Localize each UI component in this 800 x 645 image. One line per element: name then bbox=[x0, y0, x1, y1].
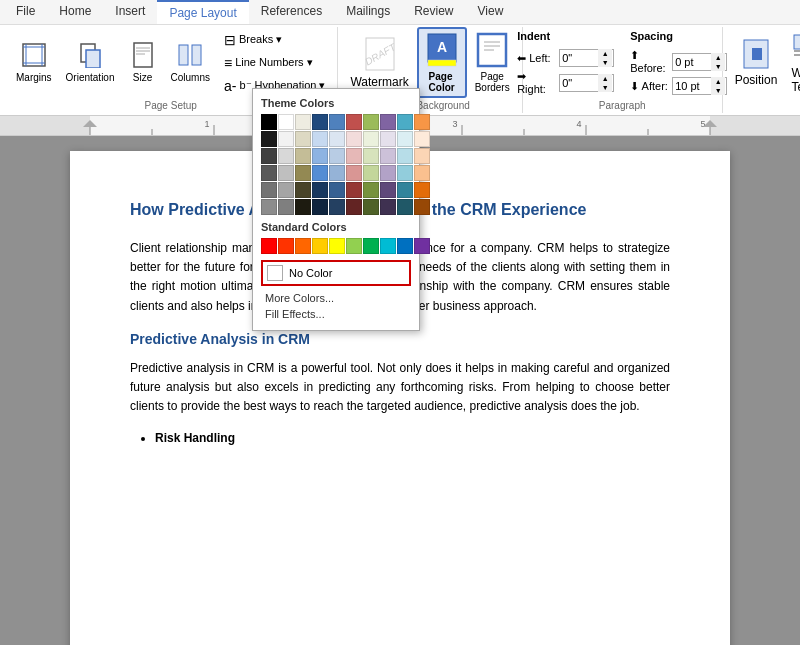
tab-references[interactable]: References bbox=[249, 0, 334, 24]
theme-color-cell[interactable] bbox=[295, 165, 311, 181]
spacing-after-input[interactable]: ▲ ▼ bbox=[672, 77, 727, 95]
indent-left-input[interactable]: ▲ ▼ bbox=[559, 49, 614, 67]
size-button[interactable]: Size bbox=[123, 38, 163, 87]
spacing-after-value[interactable] bbox=[673, 80, 711, 92]
page-color-button[interactable]: A PageColor bbox=[417, 27, 467, 98]
tab-home[interactable]: Home bbox=[47, 0, 103, 24]
theme-color-cell[interactable] bbox=[312, 114, 328, 130]
theme-color-cell[interactable] bbox=[346, 182, 362, 198]
tab-file[interactable]: File bbox=[4, 0, 47, 24]
theme-color-cell[interactable] bbox=[363, 148, 379, 164]
standard-color-cell[interactable] bbox=[397, 238, 413, 254]
orientation-button[interactable]: Orientation bbox=[60, 38, 121, 87]
standard-color-cell[interactable] bbox=[278, 238, 294, 254]
tab-mailings[interactable]: Mailings bbox=[334, 0, 402, 24]
standard-color-cell[interactable] bbox=[261, 238, 277, 254]
spacing-before-input[interactable]: ▲ ▼ bbox=[672, 53, 727, 71]
margins-button[interactable]: Margins bbox=[10, 38, 58, 87]
theme-color-cell[interactable] bbox=[278, 148, 294, 164]
indent-left-down[interactable]: ▼ bbox=[598, 58, 612, 67]
theme-color-cell[interactable] bbox=[329, 131, 345, 147]
standard-color-cell[interactable] bbox=[363, 238, 379, 254]
theme-color-cell[interactable] bbox=[312, 165, 328, 181]
standard-color-cell[interactable] bbox=[346, 238, 362, 254]
theme-color-cell[interactable] bbox=[278, 131, 294, 147]
theme-color-cell[interactable] bbox=[397, 148, 413, 164]
theme-color-cell[interactable] bbox=[363, 182, 379, 198]
theme-color-cell[interactable] bbox=[346, 165, 362, 181]
standard-color-cell[interactable] bbox=[329, 238, 345, 254]
theme-color-cell[interactable] bbox=[414, 165, 430, 181]
theme-color-cell[interactable] bbox=[261, 114, 277, 130]
theme-color-cell[interactable] bbox=[346, 148, 362, 164]
theme-color-cell[interactable] bbox=[380, 182, 396, 198]
columns-button[interactable]: Columns bbox=[165, 38, 216, 87]
breaks-button[interactable]: ⊟ Breaks ▾ bbox=[218, 29, 331, 51]
theme-color-cell[interactable] bbox=[261, 182, 277, 198]
standard-color-cell[interactable] bbox=[312, 238, 328, 254]
theme-color-cell[interactable] bbox=[295, 114, 311, 130]
theme-color-cell[interactable] bbox=[278, 199, 294, 215]
theme-color-cell[interactable] bbox=[329, 148, 345, 164]
theme-color-cell[interactable] bbox=[397, 199, 413, 215]
wrap-text-button[interactable]: WrapText bbox=[785, 27, 800, 98]
theme-color-cell[interactable] bbox=[380, 114, 396, 130]
more-colors-link[interactable]: More Colors... bbox=[261, 290, 411, 306]
theme-color-cell[interactable] bbox=[346, 131, 362, 147]
standard-color-cell[interactable] bbox=[380, 238, 396, 254]
theme-color-cell[interactable] bbox=[363, 165, 379, 181]
theme-color-cell[interactable] bbox=[312, 148, 328, 164]
line-numbers-button[interactable]: ≡ Line Numbers ▾ bbox=[218, 52, 331, 74]
theme-color-cell[interactable] bbox=[363, 131, 379, 147]
theme-color-cell[interactable] bbox=[414, 148, 430, 164]
theme-color-cell[interactable] bbox=[397, 131, 413, 147]
theme-color-cell[interactable] bbox=[329, 182, 345, 198]
theme-color-cell[interactable] bbox=[261, 131, 277, 147]
theme-color-cell[interactable] bbox=[397, 114, 413, 130]
theme-color-cell[interactable] bbox=[380, 131, 396, 147]
indent-right-input[interactable]: ▲ ▼ bbox=[559, 74, 614, 92]
theme-color-cell[interactable] bbox=[312, 131, 328, 147]
theme-color-cell[interactable] bbox=[363, 114, 379, 130]
fill-effects-link[interactable]: Fill Effects... bbox=[261, 306, 411, 322]
watermark-button[interactable]: DRAFT Watermark bbox=[344, 32, 414, 93]
theme-color-cell[interactable] bbox=[295, 199, 311, 215]
indent-left-value[interactable] bbox=[560, 52, 598, 64]
theme-color-cell[interactable] bbox=[295, 131, 311, 147]
standard-color-cell[interactable] bbox=[295, 238, 311, 254]
theme-color-cell[interactable] bbox=[414, 199, 430, 215]
theme-color-cell[interactable] bbox=[346, 114, 362, 130]
page-borders-button[interactable]: PageBorders bbox=[469, 28, 516, 97]
no-color-row[interactable]: No Color bbox=[261, 260, 411, 286]
theme-color-cell[interactable] bbox=[312, 199, 328, 215]
theme-color-cell[interactable] bbox=[363, 199, 379, 215]
theme-color-cell[interactable] bbox=[329, 114, 345, 130]
position-button[interactable]: Position bbox=[729, 34, 784, 91]
theme-color-cell[interactable] bbox=[380, 199, 396, 215]
theme-color-cell[interactable] bbox=[295, 148, 311, 164]
theme-color-cell[interactable] bbox=[414, 114, 430, 130]
indent-left-up[interactable]: ▲ bbox=[598, 49, 612, 58]
theme-color-cell[interactable] bbox=[397, 165, 413, 181]
theme-color-cell[interactable] bbox=[312, 182, 328, 198]
theme-color-cell[interactable] bbox=[380, 148, 396, 164]
theme-color-cell[interactable] bbox=[380, 165, 396, 181]
theme-color-cell[interactable] bbox=[414, 182, 430, 198]
theme-color-cell[interactable] bbox=[261, 199, 277, 215]
theme-color-cell[interactable] bbox=[261, 165, 277, 181]
tab-view[interactable]: View bbox=[466, 0, 516, 24]
spacing-before-value[interactable] bbox=[673, 56, 711, 68]
tab-review[interactable]: Review bbox=[402, 0, 465, 24]
theme-color-cell[interactable] bbox=[278, 114, 294, 130]
indent-right-down[interactable]: ▼ bbox=[598, 83, 612, 92]
tab-page-layout[interactable]: Page Layout bbox=[157, 0, 248, 24]
theme-color-cell[interactable] bbox=[397, 182, 413, 198]
indent-right-up[interactable]: ▲ bbox=[598, 74, 612, 83]
theme-color-cell[interactable] bbox=[295, 182, 311, 198]
theme-color-cell[interactable] bbox=[278, 165, 294, 181]
theme-color-cell[interactable] bbox=[414, 131, 430, 147]
theme-color-cell[interactable] bbox=[329, 165, 345, 181]
theme-color-cell[interactable] bbox=[278, 182, 294, 198]
tab-insert[interactable]: Insert bbox=[103, 0, 157, 24]
theme-color-cell[interactable] bbox=[346, 199, 362, 215]
